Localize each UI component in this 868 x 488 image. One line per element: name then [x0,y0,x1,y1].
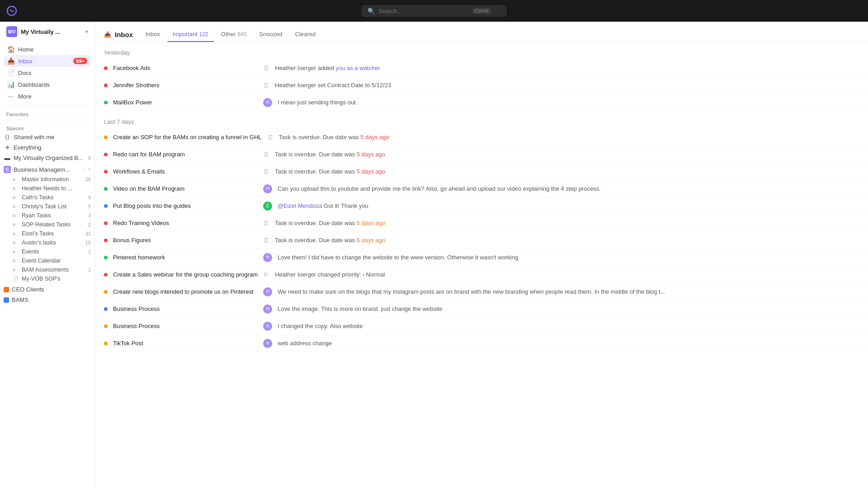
sidebar-item-bams[interactable]: BAMS [0,295,94,305]
inbox-row-facebook-ads[interactable]: Facebook Ads 🗓 Heather Ioerger added you… [95,60,868,77]
priority-dot [104,273,108,277]
sidebar-item-master-info[interactable]: ≡ Master Information 26 [0,175,94,184]
inbox-row-redo-training[interactable]: Redo Training Videos 🗓 Task is overdue. … [95,215,868,232]
task-name: Business Process [113,305,258,312]
task-name: Workflows & Emails [113,168,258,175]
sidebar-item-dashboards[interactable]: 📊 Dashboards [4,79,91,90]
events-label: Events [22,249,39,255]
search-bar[interactable]: 🔍 Ctrl+K [362,5,506,17]
sidebar-item-heather[interactable]: ≡ Heather Needs to ... [0,184,94,193]
calendar-icon: 🗓 [263,151,269,158]
sidebar-item-caths[interactable]: ≡ Cath's Tasks 9 [0,193,94,202]
task-name: Redo cart for BAM program [113,151,258,158]
task-name: Bonus Figures [113,237,258,244]
activity-text: We need to make sure on the blogs that m… [278,288,859,295]
sidebar-item-austin[interactable]: ≡ Austin's tasks 15 [0,238,94,247]
search-input[interactable] [378,8,469,14]
inbox-row-pinterest[interactable]: Pinterest homework H Love them! I did ha… [95,249,868,266]
activity-link: you as a watcher [335,65,380,71]
list-icon-3: ≡ [13,195,19,200]
inbox-row-tiktok[interactable]: TikTok Post H web address change [95,335,868,352]
activity-text: Task is overdue. Due date was 5 days ago [279,134,859,141]
sidebar: MV My Virtually ... ▾ 🏠 Home 📥 Inbox 99+… [0,0,95,488]
sidebar-item-shared[interactable]: ⟨⟩ Shared with me [0,132,94,142]
tab-other-count: 845 [237,31,246,38]
sidebar-item-my-vob[interactable]: 📄 My-VOB SOP's [0,274,94,283]
sidebar-item-docs[interactable]: 📄 Docs [4,67,91,79]
sidebar-item-events[interactable]: ≡ Events 2 [0,247,94,256]
group-actions[interactable]: ··· + [82,166,91,173]
task-name: Business Process [113,323,258,329]
workspace-avatar: MV [6,26,17,37]
tab-cleared[interactable]: Cleared [290,27,321,42]
list-icon-6: ≡ [13,222,19,227]
sidebar-item-ryan[interactable]: ≡ Ryan Tasks 3 [0,211,94,220]
inbox-row-jennifer[interactable]: Jennifer Strothers 🗓 Heather Ioerger set… [95,77,868,94]
inbox-header-icon: 📥 [104,31,111,38]
bams-icon [4,297,9,303]
inbox-row-create-blogs[interactable]: Create new blogs intended to promote us … [95,283,868,300]
avatar: H [263,287,272,296]
inbox-row-business-process-1[interactable]: Business Process H Love the image. This … [95,300,868,318]
task-name: Video on the BAM Program [113,185,258,192]
sidebar-item-everything[interactable]: ✳ Everything [0,142,94,153]
workspace-switcher[interactable]: MV My Virtually ... ▾ [0,22,94,42]
sidebar-item-more[interactable]: ··· More [4,90,91,102]
home-icon: 🏠 [7,46,14,53]
activity-text: Task is overdue. Due date was 6 days ago [275,237,859,244]
sidebar-item-my-virtually[interactable]: ▬ My Virtually Organized B... 6 [0,153,94,163]
list-icon-9: ≡ [13,249,19,254]
calendar-icon: 🗓 [263,82,269,89]
sidebar-item-inbox[interactable]: 📥 Inbox 99+ [4,55,91,67]
calendar-icon: 🗓 [263,220,269,227]
inbox-row-workflows[interactable]: Workflows & Emails 🗓 Task is overdue. Du… [95,163,868,180]
sidebar-item-home[interactable]: 🏠 Home [4,43,91,55]
sidebar-item-sop[interactable]: ≡ SOP Related Tasks 2 [0,220,94,229]
app-logo [6,5,17,16]
inbox-row-bonus-figures[interactable]: Bonus Figures 🗓 Task is overdue. Due dat… [95,232,868,249]
inbox-row-redo-cart[interactable]: Redo cart for BAM program 🗓 Task is over… [95,146,868,163]
priority-dot [104,84,108,87]
tab-inbox[interactable]: Inbox [140,27,165,42]
divider-2 [4,120,91,120]
activity-text: Love them! I did have to change the webs… [278,254,859,261]
inbox-row-create-sop[interactable]: Create an SOP for the BAMs on creating a… [95,129,868,146]
avatar: H [263,305,272,314]
ceo-clients-icon [4,287,9,292]
yesterday-header: Yesterday [95,42,868,60]
inbox-row-video-bam[interactable]: Video on the BAM Program H Can you uploa… [95,180,868,197]
austin-label: Austin's tasks [22,239,56,246]
inbox-page-title: Inbox [115,31,133,38]
workspace-name: My Virtually ... [21,28,82,35]
priority-dot [104,342,108,345]
mention: @Eizel Mendoza [278,202,322,209]
austin-count: 15 [85,240,91,245]
tab-other[interactable]: Other 845 [216,27,252,42]
sidebar-item-eizel[interactable]: ≡ Eizel's Tasks 32 [0,229,94,238]
inbox-badge: 99+ [73,58,87,64]
priority-dot [104,256,108,259]
sidebar-item-bam-assess[interactable]: ≡ BAM Assessments 2 [0,265,94,274]
activity-text: Can you upload this to youtube and provi… [278,185,859,192]
last7days-header: Last 7 days [95,111,868,129]
tab-snoozed[interactable]: Snoozed [254,27,288,42]
sidebar-item-event-cal[interactable]: ≡ Event Calendar [0,256,94,265]
inbox-row-put-blog[interactable]: Put Blog posts into the guides E @Eizel … [95,197,868,215]
activity-text: Heather Ioerger set Contract Date to 5/1… [275,82,859,89]
inbox-row-mailbox[interactable]: MailBox Power H I mean just sending thin… [95,94,868,111]
inbox-row-business-process-2[interactable]: Business Process H I changed the copy. A… [95,318,868,335]
sidebar-item-ceo-clients[interactable]: CEO Clients [0,284,94,295]
doc-icon: 📄 [13,276,19,282]
tab-snoozed-label: Snoozed [259,31,282,38]
priority-dot [104,170,108,174]
shared-label: Shared with me [14,134,54,141]
business-management-header[interactable]: B Business Managem... ··· + [0,164,94,175]
priority-dot [104,307,108,311]
sidebar-item-christy[interactable]: ≡ Christy's Task List 5 [0,202,94,211]
tab-important[interactable]: Important 122 [167,27,214,42]
bams-label: BAMS [12,296,28,303]
search-icon: 🔍 [368,8,375,14]
inbox-row-create-webinar[interactable]: Create a Sales webinar for the group coa… [95,266,868,283]
overdue-orange-text: 6 days ago [357,237,386,244]
dashboards-icon: 📊 [7,81,14,88]
